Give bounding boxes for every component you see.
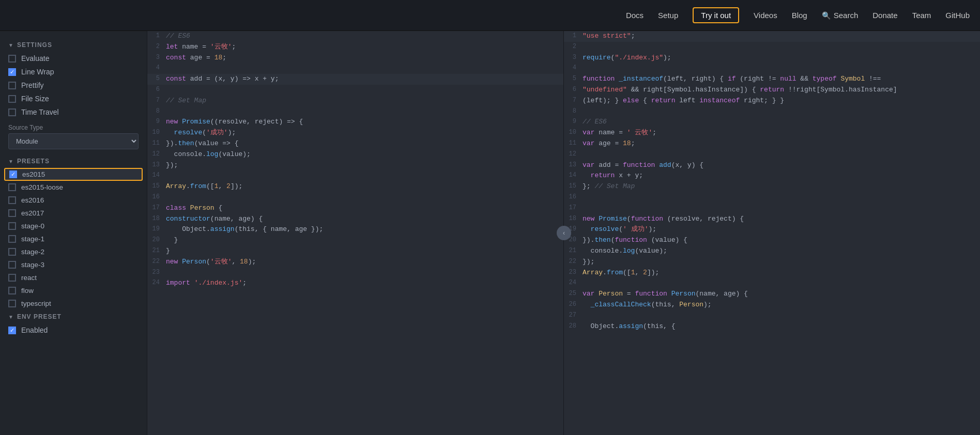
checkbox[interactable] — [8, 222, 16, 230]
line-code: Array.from([1, 2]); — [166, 181, 248, 192]
nav-link-docs[interactable]: Docs — [626, 11, 644, 20]
code-line: 7(left); } else { return left instanceof… — [564, 96, 980, 106]
token-plain: ([ — [623, 269, 631, 276]
token-kw: let — [166, 43, 178, 51]
checkbox[interactable] — [8, 209, 16, 217]
checkbox[interactable] — [8, 300, 16, 307]
line-code: Object.assign(this, { — [583, 321, 680, 332]
token-plain: } — [166, 247, 170, 255]
line-code — [583, 203, 592, 214]
preset-item-react[interactable]: react — [0, 271, 147, 284]
preset-item-typescript[interactable]: typescript — [0, 297, 147, 310]
checkbox[interactable]: ✓ — [8, 68, 16, 76]
token-plain — [186, 204, 190, 212]
line-code: function _instanceof(left, right) { if (… — [583, 74, 886, 85]
nav-link-github[interactable]: GitHub — [945, 11, 970, 20]
token-num: 18 — [240, 258, 248, 266]
sidebar-section-presets[interactable]: ▼PRESETS — [0, 154, 147, 168]
token-kw: instanceof — [699, 97, 740, 104]
checkbox[interactable] — [8, 287, 16, 294]
token-plain: }); — [583, 258, 594, 266]
preset-item-flow[interactable]: flow — [0, 284, 147, 297]
code-line: 18new Promise(function (resolve, reject)… — [564, 214, 980, 225]
checkbox[interactable] — [8, 95, 16, 103]
code-line: 20 } — [147, 235, 563, 246]
checkbox[interactable] — [8, 261, 16, 269]
preset-item-es2015-loose[interactable]: es2015-loose — [0, 181, 147, 194]
checkbox[interactable] — [8, 108, 16, 116]
token-plain: ( — [206, 258, 210, 266]
checkbox[interactable] — [8, 196, 16, 204]
settings-item-line-wrap[interactable]: ✓Line Wrap — [0, 65, 147, 79]
nav-link-try-it-out[interactable]: Try it out — [693, 7, 739, 23]
code-line: 24 — [564, 278, 980, 289]
preset-item-stage-1[interactable]: stage-1 — [0, 232, 147, 245]
settings-item-evaluate[interactable]: Evaluate — [0, 52, 147, 65]
token-fn: log — [206, 150, 218, 158]
token-plain: ); — [648, 225, 656, 233]
preset-item-es2017[interactable]: es2017 — [0, 207, 147, 220]
code-line: 25var Person = function Person(name, age… — [564, 289, 980, 300]
line-number: 19 — [147, 224, 166, 235]
line-number: 18 — [564, 214, 583, 225]
nav-link-team[interactable]: Team — [912, 11, 931, 20]
search-box[interactable]: 🔍Search — [822, 11, 859, 20]
token-plain: (resolve, reject) { — [663, 215, 744, 223]
token-plain: }). — [166, 139, 178, 147]
preset-item-stage-3[interactable]: stage-3 — [0, 258, 147, 271]
token-kw: if — [728, 75, 736, 83]
token-kw: const — [166, 54, 186, 61]
settings-item-time-travel[interactable]: Time Travel — [0, 105, 147, 119]
line-number: 2 — [564, 42, 583, 53]
token-kw: function — [583, 75, 615, 83]
code-line: 21 console.log(value); — [564, 246, 980, 257]
line-code: var name = ' 云牧'; — [583, 128, 662, 138]
settings-item-prettify[interactable]: Prettify — [0, 79, 147, 92]
section-label: PRESETS — [17, 158, 50, 165]
line-code: resolve(' 成功'); — [583, 224, 662, 235]
preset-item-es2015[interactable]: ✓es2015 — [4, 168, 143, 181]
code-line: 22}); — [564, 257, 980, 268]
line-code: var age = 18; — [583, 138, 640, 149]
checkbox[interactable]: ✓ — [9, 170, 17, 178]
line-code: new Person('云牧', 18); — [166, 257, 261, 268]
checkbox[interactable] — [8, 55, 16, 63]
chevron-icon: ▼ — [8, 42, 14, 48]
nav-link-setup[interactable]: Setup — [658, 11, 678, 20]
preset-item-stage-2[interactable]: stage-2 — [0, 245, 147, 258]
line-code: new Promise((resolve, reject) => { — [166, 117, 308, 128]
token-plain: console. — [583, 247, 623, 255]
line-code: new Promise(function (resolve, reject) { — [583, 214, 749, 225]
line-number: 22 — [564, 257, 583, 268]
nav-link-blog[interactable]: Blog — [792, 11, 807, 20]
code-line: 15Array.from([1, 2]); — [147, 181, 563, 192]
checkbox[interactable] — [8, 235, 16, 243]
nav-link-donate[interactable]: Donate — [872, 11, 897, 20]
checkbox[interactable] — [8, 248, 16, 256]
checkbox[interactable] — [8, 274, 16, 282]
token-plain: , — [218, 182, 226, 190]
token-plain — [583, 301, 591, 308]
preset-item-stage-0[interactable]: stage-0 — [0, 220, 147, 232]
toggle-panel-button[interactable]: ‹ — [557, 226, 571, 240]
preset-item-es2016[interactable]: es2016 — [0, 194, 147, 207]
line-code: console.log(value); — [583, 246, 672, 257]
token-num: 18 — [215, 54, 223, 61]
line-number: 14 — [147, 170, 166, 181]
checkbox[interactable] — [8, 82, 16, 89]
nav-link-videos[interactable]: Videos — [754, 11, 777, 20]
line-number: 15 — [564, 181, 583, 192]
line-code — [166, 192, 175, 203]
env-preset-item-enabled[interactable]: ✓Enabled — [0, 323, 147, 337]
token-plain — [667, 290, 671, 298]
settings-item-file-size[interactable]: File Size — [0, 92, 147, 105]
sidebar-section-env-preset[interactable]: ▼ENV PRESET — [0, 310, 147, 323]
token-cm: // ES6 — [166, 32, 190, 40]
source-type-select[interactable]: Module — [8, 133, 139, 149]
token-plain: ( — [627, 215, 631, 223]
line-code — [583, 192, 592, 203]
checkbox[interactable] — [8, 183, 16, 191]
sidebar-section-settings[interactable]: ▼SETTINGS — [0, 38, 147, 52]
checkbox[interactable]: ✓ — [8, 327, 16, 334]
line-number: 25 — [564, 289, 583, 300]
